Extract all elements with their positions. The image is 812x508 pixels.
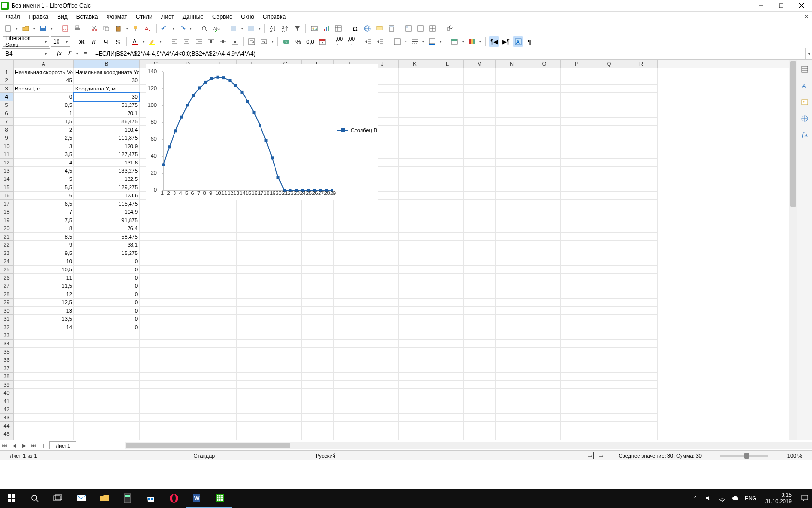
cell-M38[interactable] xyxy=(464,373,496,381)
menu-data[interactable]: Данные xyxy=(179,13,207,21)
col-button[interactable] xyxy=(246,23,256,34)
cell-C33[interactable] xyxy=(140,331,172,340)
cell-C31[interactable] xyxy=(140,315,172,323)
cell-M21[interactable] xyxy=(464,233,496,241)
row-header[interactable]: 46 xyxy=(0,438,14,440)
cell-Q31[interactable] xyxy=(593,315,625,323)
cell-R4[interactable] xyxy=(625,93,658,101)
cell-L40[interactable] xyxy=(431,389,464,397)
cell-G27[interactable] xyxy=(269,282,302,290)
cell-L24[interactable] xyxy=(431,257,464,266)
cell-Q44[interactable] xyxy=(593,422,625,430)
cell-D35[interactable] xyxy=(172,348,204,356)
cell-A34[interactable] xyxy=(14,340,74,348)
col-drop[interactable]: ▾ xyxy=(258,23,261,34)
cell-D22[interactable] xyxy=(172,241,204,249)
cell-N14[interactable] xyxy=(496,175,528,183)
cell-G19[interactable] xyxy=(269,216,302,224)
cell-B40[interactable] xyxy=(74,389,140,397)
cell-K35[interactable] xyxy=(399,348,431,356)
cell-J22[interactable] xyxy=(366,241,399,249)
cell-O41[interactable] xyxy=(528,397,561,405)
cell-H44[interactable] xyxy=(302,422,334,430)
cell-D20[interactable] xyxy=(172,224,204,233)
align-right-button[interactable] xyxy=(193,36,204,47)
cell-A40[interactable] xyxy=(14,389,74,397)
cell-K8[interactable] xyxy=(399,126,431,134)
cell-A46[interactable] xyxy=(14,438,74,440)
cell-B17[interactable]: 115,475 xyxy=(74,200,140,208)
cell-Q33[interactable] xyxy=(593,331,625,340)
cell-K40[interactable] xyxy=(399,389,431,397)
cell-A14[interactable]: 5 xyxy=(14,175,74,183)
cell-J28[interactable] xyxy=(366,290,399,299)
cell-P22[interactable] xyxy=(561,241,593,249)
horizontal-scrollbar[interactable] xyxy=(125,442,812,449)
cell-M34[interactable] xyxy=(464,340,496,348)
cell-M23[interactable] xyxy=(464,249,496,257)
cell-I24[interactable] xyxy=(334,257,366,266)
cell-D46[interactable] xyxy=(172,438,204,440)
cell-J26[interactable] xyxy=(366,274,399,282)
cell-O5[interactable] xyxy=(528,101,561,109)
cell-P8[interactable] xyxy=(561,126,593,134)
cell-L19[interactable] xyxy=(431,216,464,224)
cell-B37[interactable] xyxy=(74,364,140,373)
row-header[interactable]: 2 xyxy=(0,76,14,85)
cell-J24[interactable] xyxy=(366,257,399,266)
cell-P9[interactable] xyxy=(561,134,593,142)
cell-L28[interactable] xyxy=(431,290,464,299)
cell-A31[interactable]: 13,5 xyxy=(14,315,74,323)
cell-P27[interactable] xyxy=(561,282,593,290)
cell-I43[interactable] xyxy=(334,414,366,422)
cell-H43[interactable] xyxy=(302,414,334,422)
cell-L46[interactable] xyxy=(431,438,464,440)
cell-H35[interactable] xyxy=(302,348,334,356)
cell-H34[interactable] xyxy=(302,340,334,348)
cell-P12[interactable] xyxy=(561,159,593,167)
clear-fmt-button[interactable]: A xyxy=(143,23,153,34)
cell-O23[interactable] xyxy=(528,249,561,257)
cell-N19[interactable] xyxy=(496,216,528,224)
formula-expand-button[interactable]: ▾ xyxy=(805,48,812,59)
cell-N31[interactable] xyxy=(496,315,528,323)
cell-K32[interactable] xyxy=(399,323,431,331)
cell-L13[interactable] xyxy=(431,167,464,175)
autofilter-button[interactable] xyxy=(292,23,303,34)
cell-C38[interactable] xyxy=(140,373,172,381)
cell-N27[interactable] xyxy=(496,282,528,290)
cell-O12[interactable] xyxy=(528,159,561,167)
menu-edit[interactable]: Правка xyxy=(25,13,53,21)
cell-B43[interactable] xyxy=(74,414,140,422)
cell-K14[interactable] xyxy=(399,175,431,183)
cell-B4[interactable]: 30 xyxy=(74,93,140,101)
cell-B36[interactable] xyxy=(74,356,140,364)
row-header[interactable]: 5 xyxy=(0,101,14,109)
cell-B10[interactable]: 120,9 xyxy=(74,142,140,150)
cell-D29[interactable] xyxy=(172,299,204,307)
row-header[interactable]: 37 xyxy=(0,364,14,373)
menu-window[interactable]: Окно xyxy=(237,13,258,21)
cell-F21[interactable] xyxy=(237,233,269,241)
cell-Q28[interactable] xyxy=(593,290,625,299)
cell-Q26[interactable] xyxy=(593,274,625,282)
cell-F22[interactable] xyxy=(237,241,269,249)
cell-C43[interactable] xyxy=(140,414,172,422)
cell-A10[interactable]: 3 xyxy=(14,142,74,150)
cell-H31[interactable] xyxy=(302,315,334,323)
row-header[interactable]: 34 xyxy=(0,340,14,348)
cell-A24[interactable]: 10 xyxy=(14,257,74,266)
cell-Q18[interactable] xyxy=(593,208,625,216)
border-color-button[interactable] xyxy=(427,36,437,47)
cell-P39[interactable] xyxy=(561,381,593,389)
cell-F26[interactable] xyxy=(237,274,269,282)
cell-N1[interactable] xyxy=(496,68,528,76)
cell-C36[interactable] xyxy=(140,356,172,364)
cell-H39[interactable] xyxy=(302,381,334,389)
cell-G37[interactable] xyxy=(269,364,302,373)
calculator-button[interactable] xyxy=(116,489,139,508)
status-lang[interactable]: Русский xyxy=(310,453,341,459)
insert-image-button[interactable] xyxy=(309,23,319,34)
col-header-Q[interactable]: Q xyxy=(593,60,625,68)
cell-A30[interactable]: 13 xyxy=(14,307,74,315)
